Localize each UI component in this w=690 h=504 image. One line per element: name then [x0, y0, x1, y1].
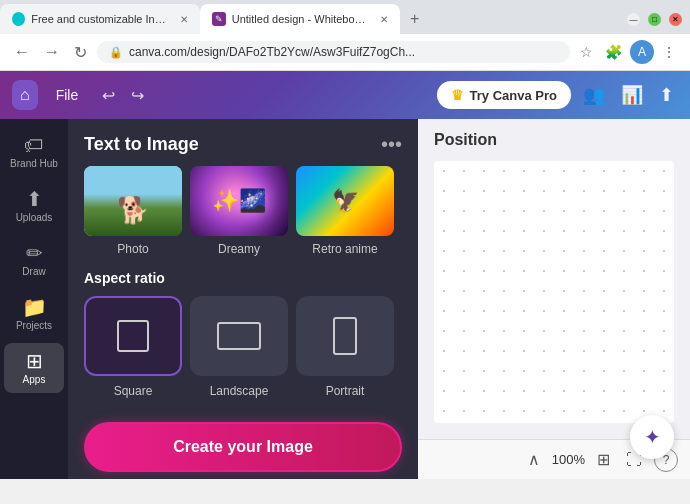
- maximize-button[interactable]: □: [648, 13, 661, 26]
- undo-button[interactable]: ↩: [96, 82, 121, 109]
- browser-nav: ← → ↻ 🔒 canva.com/design/DAFo2Tb2Ycw/Asw…: [0, 34, 690, 71]
- tab-close-2[interactable]: ✕: [380, 14, 388, 25]
- aspect-box-portrait: [296, 296, 394, 376]
- canvas-area[interactable]: [434, 161, 674, 423]
- draw-icon: ✏: [26, 243, 43, 263]
- magic-button[interactable]: ✦: [630, 415, 674, 459]
- zoom-out-button[interactable]: ∧: [524, 446, 544, 473]
- style-label-retro: Retro anime: [312, 242, 377, 256]
- style-item-retro[interactable]: 🦅 Retro anime: [296, 166, 394, 256]
- style-label-photo: Photo: [117, 242, 148, 256]
- zoom-level: 100%: [552, 452, 585, 467]
- users-icon-button[interactable]: 👥: [579, 80, 609, 110]
- aspect-ratio-section-title: Aspect ratio: [68, 270, 418, 296]
- sidebar-item-projects[interactable]: 📁 Projects: [4, 289, 64, 339]
- undo-redo: ↩ ↪: [96, 82, 150, 109]
- try-canva-pro-button[interactable]: ♛ Try Canva Pro: [437, 81, 571, 109]
- grid-view-button[interactable]: ⊞: [593, 446, 614, 473]
- sidebar-item-brand-hub[interactable]: 🏷 Brand Hub: [4, 127, 64, 177]
- sidebar-item-projects-label: Projects: [16, 320, 52, 331]
- sidebar-item-apps-label: Apps: [23, 374, 46, 385]
- main-canvas: Position ✦ ∧ 100% ⊞ ⛶ ?: [418, 119, 690, 479]
- panel-title: Text to Image: [84, 134, 199, 155]
- address-text: canva.com/design/DAFo2Tb2Ycw/Asw3FuifZ7o…: [129, 45, 415, 59]
- create-image-button[interactable]: Create your Image: [84, 422, 402, 472]
- apps-icon: ⊞: [26, 351, 43, 371]
- aspect-item-square[interactable]: Square: [84, 296, 182, 398]
- canvas-header: Position: [418, 119, 690, 161]
- add-tab-button[interactable]: +: [400, 4, 429, 34]
- portrait-icon: [333, 317, 357, 355]
- browser-tab-1[interactable]: Free and customizable Insta... ✕: [0, 4, 200, 34]
- canva-topbar: ⌂ File ↩ ↪ ♛ Try Canva Pro 👥 📊 ⬆: [0, 71, 690, 119]
- aspect-label-portrait: Portrait: [326, 384, 365, 398]
- bookmark-button[interactable]: ☆: [576, 40, 597, 64]
- minimize-button[interactable]: —: [627, 13, 640, 26]
- extensions-button[interactable]: 🧩: [601, 40, 626, 64]
- aspect-box-landscape: [190, 296, 288, 376]
- sidebar-item-uploads-label: Uploads: [16, 212, 53, 223]
- style-item-dreamy[interactable]: ✨🌌 Dreamy: [190, 166, 288, 256]
- position-label: Position: [434, 131, 497, 148]
- dot-grid: [434, 161, 674, 423]
- tab-label-2: Untitled design - Whiteboar...: [232, 13, 370, 25]
- tab-label-1: Free and customizable Insta...: [31, 13, 170, 25]
- style-thumb-dreamy: ✨🌌: [190, 166, 288, 236]
- aspect-label-square: Square: [114, 384, 153, 398]
- profile-button[interactable]: A: [630, 40, 654, 64]
- sidebar-item-brand-hub-label: Brand Hub: [10, 158, 58, 169]
- forward-button[interactable]: →: [40, 41, 64, 63]
- panel-more-button[interactable]: •••: [381, 133, 402, 156]
- address-bar[interactable]: 🔒 canva.com/design/DAFo2Tb2Ycw/Asw3FuifZ…: [97, 41, 570, 63]
- chart-icon-button[interactable]: 📊: [617, 80, 647, 110]
- aspect-item-portrait[interactable]: Portrait: [296, 296, 394, 398]
- sidebar-item-apps[interactable]: ⊞ Apps: [4, 343, 64, 393]
- refresh-button[interactable]: ↻: [70, 41, 91, 64]
- redo-button[interactable]: ↪: [125, 82, 150, 109]
- panel-header: Text to Image •••: [68, 119, 418, 166]
- create-button-wrap: Create your Image: [68, 414, 418, 479]
- style-thumb-retro: 🦅: [296, 166, 394, 236]
- app-layout: 🏷 Brand Hub ⬆ Uploads ✏ Draw 📁 Projects …: [0, 119, 690, 479]
- share-icon-button[interactable]: ⬆: [655, 80, 678, 110]
- tab-favicon-2: ✎: [212, 12, 226, 26]
- aspect-label-landscape: Landscape: [210, 384, 269, 398]
- tab-close-1[interactable]: ✕: [180, 14, 188, 25]
- aspect-grid: Square Landscape Portrait: [68, 296, 418, 414]
- style-label-dreamy: Dreamy: [218, 242, 260, 256]
- tabs-bar: Free and customizable Insta... ✕ ✎ Untit…: [0, 0, 690, 34]
- file-button[interactable]: File: [46, 81, 89, 109]
- sidebar-item-draw-label: Draw: [22, 266, 45, 277]
- style-thumb-photo: 🐕: [84, 166, 182, 236]
- topbar-icons: 👥 📊 ⬆: [579, 80, 678, 110]
- nav-actions: ☆ 🧩 A ⋮: [576, 40, 680, 64]
- magic-icon: ✦: [644, 425, 661, 449]
- left-sidebar: 🏷 Brand Hub ⬆ Uploads ✏ Draw 📁 Projects …: [0, 119, 68, 479]
- tab-favicon-1: [12, 12, 25, 26]
- browser-chrome: Free and customizable Insta... ✕ ✎ Untit…: [0, 0, 690, 71]
- aspect-box-square: [84, 296, 182, 376]
- try-pro-label: Try Canva Pro: [470, 88, 557, 103]
- browser-tab-2[interactable]: ✎ Untitled design - Whiteboar... ✕: [200, 4, 400, 34]
- canva-app: ⌂ File ↩ ↪ ♛ Try Canva Pro 👥 📊 ⬆ 🏷 Brand…: [0, 71, 690, 479]
- menu-button[interactable]: ⋮: [658, 40, 680, 64]
- sidebar-item-draw[interactable]: ✏ Draw: [4, 235, 64, 285]
- text-to-image-panel: Text to Image ••• 🐕 Photo ✨🌌: [68, 119, 418, 479]
- close-button[interactable]: ✕: [669, 13, 682, 26]
- uploads-icon: ⬆: [26, 189, 43, 209]
- aspect-item-landscape[interactable]: Landscape: [190, 296, 288, 398]
- crown-icon: ♛: [451, 87, 464, 103]
- brand-hub-icon: 🏷: [24, 135, 44, 155]
- home-button[interactable]: ⌂: [12, 80, 38, 110]
- landscape-icon: [217, 322, 261, 350]
- projects-icon: 📁: [22, 297, 47, 317]
- style-grid: 🐕 Photo ✨🌌 Dreamy: [68, 166, 418, 270]
- square-icon: [117, 320, 149, 352]
- sidebar-item-uploads[interactable]: ⬆ Uploads: [4, 181, 64, 231]
- back-button[interactable]: ←: [10, 41, 34, 63]
- style-item-photo[interactable]: 🐕 Photo: [84, 166, 182, 256]
- lock-icon: 🔒: [109, 46, 123, 59]
